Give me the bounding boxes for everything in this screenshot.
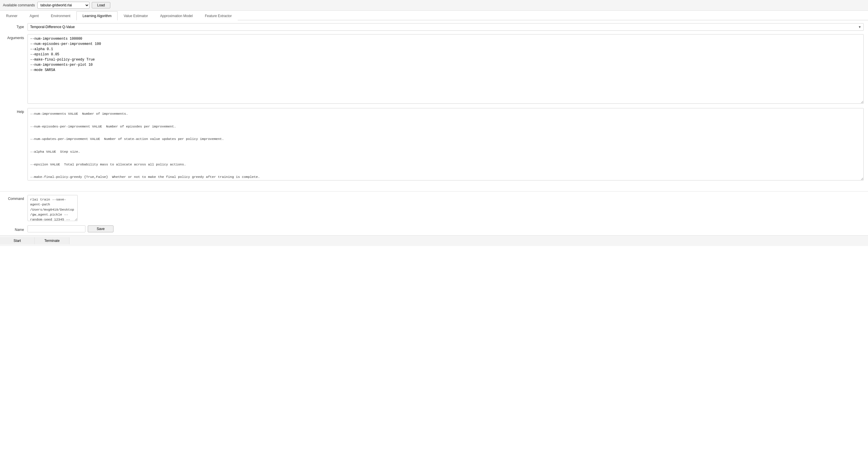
command-label: Command bbox=[4, 195, 28, 201]
type-control: Temporal-Difference Q-Value ▼ bbox=[28, 23, 864, 31]
help-textarea[interactable] bbox=[28, 108, 864, 180]
type-select-wrapper: Temporal-Difference Q-Value ▼ bbox=[28, 23, 864, 31]
start-button[interactable]: Start bbox=[0, 237, 35, 244]
tab-runner[interactable]: Runner bbox=[0, 11, 24, 20]
name-input[interactable] bbox=[28, 225, 85, 232]
command-row: Command bbox=[0, 195, 868, 222]
bottom-bar: Start Terminate bbox=[0, 235, 868, 246]
section-divider bbox=[0, 191, 868, 192]
available-commands-label: Available commands bbox=[3, 3, 35, 7]
tab-environment[interactable]: Environment bbox=[45, 11, 76, 20]
type-select[interactable]: Temporal-Difference Q-Value bbox=[28, 23, 864, 31]
type-row: Type Temporal-Difference Q-Value ▼ bbox=[4, 23, 864, 31]
terminate-button[interactable]: Terminate bbox=[35, 237, 69, 244]
main-content: Type Temporal-Difference Q-Value ▼ Argum… bbox=[0, 20, 868, 188]
arguments-textarea[interactable] bbox=[28, 34, 864, 104]
tabs-bar: Runner Agent Environment Learning Algori… bbox=[0, 11, 868, 20]
arguments-control bbox=[28, 34, 864, 105]
name-label: Name bbox=[4, 226, 28, 232]
command-control bbox=[28, 195, 864, 222]
top-bar: Available commands tabular-gridworld.rla… bbox=[0, 0, 868, 11]
help-control bbox=[28, 108, 864, 181]
help-label: Help bbox=[4, 108, 28, 114]
arguments-label: Arguments bbox=[4, 34, 28, 40]
tab-learning-algorithm[interactable]: Learning Algorithm bbox=[76, 11, 118, 20]
tab-agent[interactable]: Agent bbox=[24, 11, 44, 20]
commands-select[interactable]: tabular-gridworld.rlai bbox=[37, 2, 90, 9]
tab-feature-extractor[interactable]: Feature Extractor bbox=[199, 11, 238, 20]
tab-approximation-model[interactable]: Approximation Model bbox=[154, 11, 199, 20]
command-textarea[interactable] bbox=[28, 195, 78, 221]
app-container: Available commands tabular-gridworld.rla… bbox=[0, 0, 868, 467]
arguments-row: Arguments bbox=[4, 34, 864, 105]
type-label: Type bbox=[4, 23, 28, 29]
save-button[interactable]: Save bbox=[88, 225, 114, 232]
tab-value-estimator[interactable]: Value Estimator bbox=[118, 11, 154, 20]
load-button[interactable]: Load bbox=[92, 2, 111, 8]
name-row: Name Save bbox=[0, 225, 868, 232]
help-row: Help bbox=[4, 108, 864, 181]
